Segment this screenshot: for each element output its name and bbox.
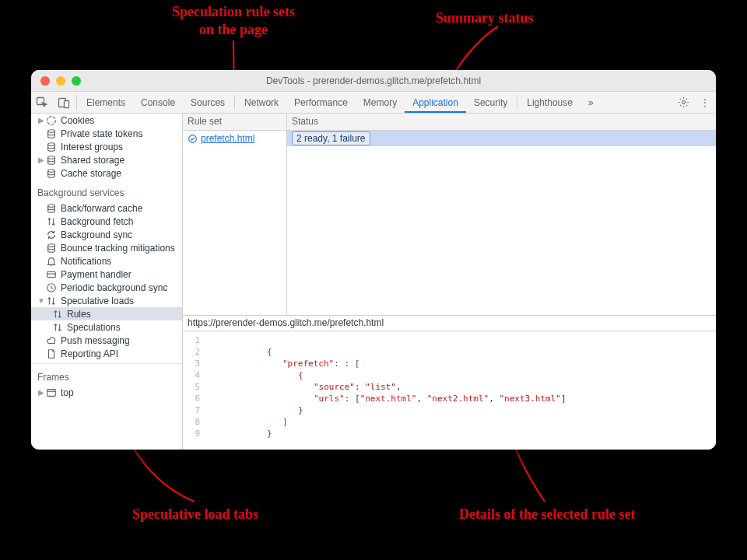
- sidebar-item-label: Rules: [67, 309, 91, 320]
- cloud-icon: [45, 334, 58, 347]
- sidebar-item-cache-storage[interactable]: Cache storage: [31, 166, 182, 180]
- svg-rect-13: [47, 389, 56, 396]
- ruleset-name: prefetch.html: [201, 133, 254, 144]
- sidebar-item-label: Push messaging: [61, 335, 130, 346]
- bell-icon: [45, 255, 58, 268]
- code-line: [205, 334, 566, 346]
- sidebar-item-label: Back/forward cache: [61, 203, 142, 214]
- tab-application[interactable]: Application: [405, 92, 466, 113]
- sidebar-item-reporting[interactable]: Reporting API: [31, 347, 182, 360]
- status-chip: 2 ready, 1 failure: [292, 131, 370, 145]
- tab-overflow[interactable]: »: [580, 92, 601, 113]
- sidebar-item-private-state[interactable]: Private state tokens: [31, 127, 182, 140]
- sidebar-item-shared-storage[interactable]: ▶ Shared storage: [31, 153, 182, 166]
- code-line: "prefetch": : [: [205, 358, 566, 369]
- sidebar-item-payment[interactable]: Payment handler: [31, 268, 182, 281]
- svg-rect-2: [65, 100, 69, 107]
- tab-elements[interactable]: Elements: [79, 92, 133, 113]
- svg-rect-11: [47, 271, 56, 277]
- transfer-icon: [51, 321, 64, 334]
- detail-url: https://prerender-demos.glitch.me/prefet…: [183, 316, 716, 331]
- tab-sources[interactable]: Sources: [183, 92, 233, 113]
- tab-network[interactable]: Network: [237, 92, 286, 113]
- sidebar-item-speculations[interactable]: Speculations: [31, 320, 182, 334]
- device-toolbar-icon[interactable]: [53, 92, 75, 113]
- sidebar-item-speculative[interactable]: ▼ Speculative loads: [31, 294, 182, 307]
- column-status[interactable]: Status: [287, 114, 716, 130]
- code-line: {: [205, 369, 566, 381]
- sidebar-item-top-frame[interactable]: ▶ top: [31, 386, 182, 399]
- sidebar-item-bgsync[interactable]: Background sync: [31, 228, 182, 241]
- status-ok-icon: [188, 134, 198, 144]
- sidebar-item-label: Payment handler: [61, 269, 132, 280]
- transfer-icon: [51, 308, 64, 320]
- annotation-details: Details of the selected rule set: [459, 506, 635, 523]
- database-icon: [45, 167, 58, 180]
- database-icon: [45, 141, 58, 153]
- tab-performance[interactable]: Performance: [286, 92, 356, 113]
- sidebar-item-label: Cache storage: [61, 168, 121, 179]
- code-line: }: [205, 404, 566, 416]
- status-row[interactable]: 2 ready, 1 failure: [287, 131, 716, 146]
- code-line: {: [205, 346, 566, 358]
- devtools-window: DevTools - prerender-demos.glitch.me/pre…: [31, 70, 716, 450]
- ruleset-row[interactable]: prefetch.html: [183, 131, 286, 146]
- sidebar-item-label: Bounce tracking mitigations: [61, 243, 175, 254]
- database-icon: [45, 242, 58, 254]
- svg-point-7: [48, 156, 55, 159]
- annotation-summary: Summary status: [436, 9, 534, 27]
- sidebar-item-notifications[interactable]: Notifications: [31, 254, 182, 268]
- rules-panel: Rule set Status prefetch.html 2 ready, 1…: [183, 114, 716, 450]
- tab-security[interactable]: Security: [466, 92, 515, 113]
- window-title: DevTools - prerender-demos.glitch.me/pre…: [31, 75, 716, 86]
- svg-point-9: [48, 204, 55, 207]
- sidebar-header-background: Background services: [31, 184, 182, 201]
- ruleset-source[interactable]: 123456789 { "prefetch": : [ { "source": …: [183, 331, 716, 450]
- sidebar-item-label: Background sync: [61, 229, 132, 240]
- code-line: "urls": ["next.html", "next2.html", "nex…: [205, 393, 566, 404]
- sidebar-item-label: Background fetch: [61, 216, 133, 227]
- sidebar-item-label: Cookies: [61, 115, 94, 126]
- code-line: ]: [205, 416, 566, 428]
- sidebar-item-periodic[interactable]: Periodic background sync: [31, 281, 182, 294]
- transfer-icon: [45, 215, 58, 228]
- tab-lighthouse[interactable]: Lighthouse: [519, 92, 580, 113]
- sidebar-item-cookies[interactable]: ▶ Cookies: [31, 114, 182, 127]
- svg-point-4: [47, 116, 56, 124]
- database-icon: [45, 128, 58, 140]
- more-icon[interactable]: ⋮: [694, 97, 716, 108]
- sidebar-item-rules[interactable]: Rules: [31, 307, 182, 320]
- sidebar-item-interest-groups[interactable]: Interest groups: [31, 140, 182, 153]
- sidebar-item-push[interactable]: Push messaging: [31, 334, 182, 347]
- sidebar-item-label: Private state tokens: [61, 128, 142, 139]
- inspect-element-icon[interactable]: [31, 92, 53, 113]
- sidebar-item-label: Speculative loads: [61, 296, 134, 306]
- annotation-rulesets: Speculation rule setson the page: [132, 3, 335, 38]
- transfer-icon: [45, 295, 58, 307]
- sidebar-item-label: Shared storage: [61, 155, 124, 166]
- card-icon: [45, 268, 58, 281]
- sidebar-item-bgfetch[interactable]: Background fetch: [31, 215, 182, 228]
- svg-point-8: [48, 169, 55, 172]
- svg-point-3: [682, 100, 685, 103]
- sidebar-item-label: Periodic background sync: [61, 282, 167, 293]
- annotation-tabs: Speculative load tabs: [132, 506, 258, 523]
- sidebar-item-bounce[interactable]: Bounce tracking mitigations: [31, 241, 182, 254]
- column-ruleset[interactable]: Rule set: [183, 114, 287, 130]
- cookies-icon: [45, 114, 58, 127]
- sidebar-item-label: Reporting API: [61, 348, 118, 359]
- document-icon: [45, 348, 58, 360]
- tab-memory[interactable]: Memory: [356, 92, 405, 113]
- code-source: { "prefetch": : [ { "source": "list", "u…: [205, 331, 566, 450]
- sidebar-item-label: Notifications: [61, 256, 111, 267]
- clock-icon: [45, 282, 58, 294]
- database-icon: [45, 154, 58, 166]
- settings-icon[interactable]: [672, 96, 694, 108]
- sidebar-item-label: Speculations: [67, 322, 121, 333]
- svg-point-5: [48, 129, 55, 132]
- svg-point-10: [48, 243, 55, 247]
- sidebar-item-label: top: [61, 387, 74, 398]
- sync-icon: [45, 229, 58, 241]
- tab-console[interactable]: Console: [133, 92, 183, 113]
- sidebar-item-bfcache[interactable]: Back/forward cache: [31, 201, 182, 215]
